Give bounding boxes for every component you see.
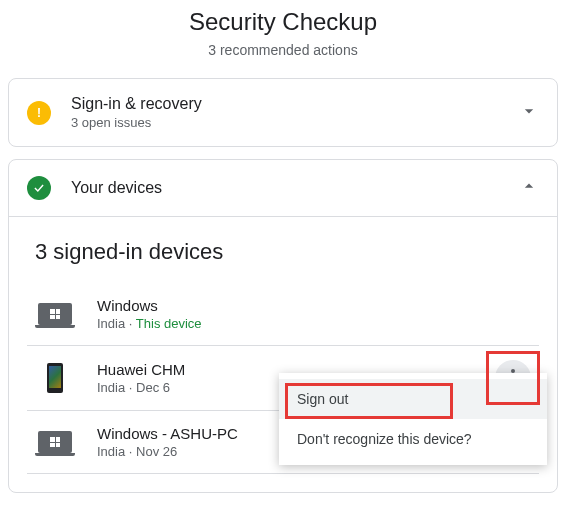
chevron-up-icon	[519, 176, 539, 200]
signin-title: Sign-in & recovery	[71, 95, 519, 113]
page-title: Security Checkup	[8, 8, 558, 36]
devices-body: 3 signed-in devices Windows India · This…	[9, 216, 557, 492]
devices-section-title: 3 signed-in devices	[35, 239, 539, 265]
check-icon	[27, 176, 51, 200]
chevron-down-icon	[519, 101, 539, 125]
your-devices-card: Your devices 3 signed-in devices Windows…	[8, 159, 558, 493]
sign-out-label: Sign out	[297, 391, 348, 407]
devices-title: Your devices	[71, 179, 519, 197]
laptop-icon	[35, 303, 75, 325]
signin-subtitle: 3 open issues	[71, 115, 519, 130]
laptop-icon	[35, 431, 75, 453]
page-subtitle: 3 recommended actions	[8, 42, 558, 58]
your-devices-header[interactable]: Your devices	[9, 160, 557, 216]
warning-icon: !	[27, 101, 51, 125]
signin-recovery-header[interactable]: ! Sign-in & recovery 3 open issues	[9, 79, 557, 146]
device-meta: India · This device	[97, 316, 531, 331]
device-row: Windows India · This device	[27, 283, 539, 346]
page-header: Security Checkup 3 recommended actions	[8, 8, 558, 58]
phone-icon	[35, 363, 75, 393]
sign-out-option[interactable]: Sign out	[279, 379, 547, 419]
device-info: Windows India · This device	[97, 297, 531, 331]
signin-recovery-card: ! Sign-in & recovery 3 open issues	[8, 78, 558, 147]
signin-title-block: Sign-in & recovery 3 open issues	[71, 95, 519, 130]
device-name: Windows	[97, 297, 531, 314]
device-options-popup: Sign out Don't recognize this device?	[279, 373, 547, 465]
devices-title-block: Your devices	[71, 179, 519, 197]
dont-recognize-option[interactable]: Don't recognize this device?	[279, 419, 547, 459]
